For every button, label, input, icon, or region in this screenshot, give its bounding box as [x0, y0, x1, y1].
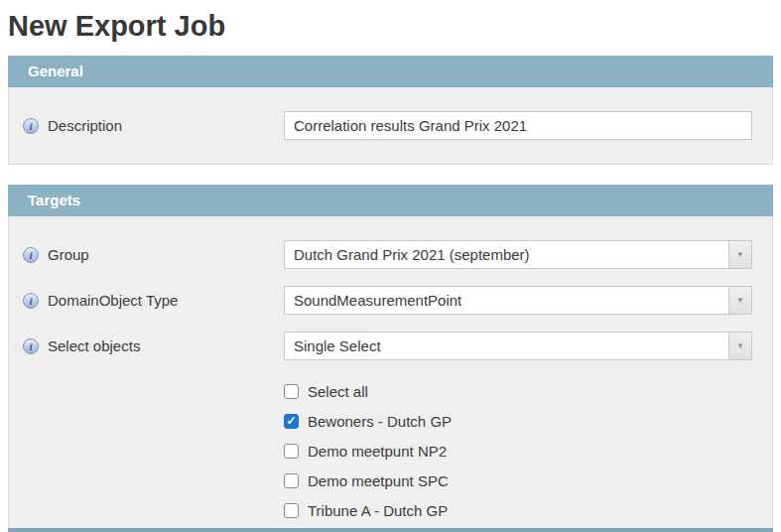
select-all-checkbox[interactable]: ✓: [284, 384, 299, 399]
section-general: General i Description: [8, 56, 773, 165]
check-icon: ✓: [286, 415, 296, 427]
chevron-down-icon: ▼: [736, 251, 744, 259]
description-input[interactable]: [284, 111, 752, 140]
field-label-description: i Description: [23, 117, 284, 134]
group-label: Group: [48, 246, 89, 263]
checkbox-label: Bewoners - Dutch GP: [308, 413, 452, 430]
select-objects-label: Select objects: [48, 337, 140, 354]
info-icon[interactable]: i: [23, 293, 39, 309]
domainobject-type-label: DomainObject Type: [48, 292, 178, 309]
checkbox-label: Demo meetpunt SPC: [308, 472, 449, 489]
checkbox-label: Demo meetpunt NP2: [308, 443, 447, 460]
section-targets-body: i Group Dutch Grand Prix 2021 (september…: [8, 216, 773, 532]
field-label-domainobject-type: i DomainObject Type: [23, 292, 284, 309]
section-targets: Targets i Group Dutch Grand Prix 2021 (s…: [8, 185, 773, 532]
domainobject-type-select-value: SoundMeasurementPoint: [294, 292, 461, 309]
section-general-header: General: [8, 56, 773, 87]
page-title: New Export Job: [8, 10, 781, 43]
group-select[interactable]: Dutch Grand Prix 2021 (september) ▼: [284, 240, 752, 269]
section-targets-header: Targets: [8, 185, 773, 216]
field-row-domainobject-type: i DomainObject Type SoundMeasurementPoin…: [23, 286, 758, 315]
field-label-group: i Group: [23, 246, 284, 263]
description-label: Description: [48, 117, 122, 134]
section-general-body: i Description: [8, 87, 773, 165]
group-select-arrow-button[interactable]: ▼: [728, 241, 751, 268]
bewoners-dutch-gp-checkbox[interactable]: ✓: [284, 414, 299, 429]
domainobject-type-select-arrow-button[interactable]: ▼: [728, 287, 751, 314]
chevron-down-icon: ▼: [736, 297, 744, 305]
group-select-value: Dutch Grand Prix 2021 (september): [294, 246, 530, 263]
demo-meetpunt-spc-checkbox[interactable]: ✓: [284, 473, 299, 488]
select-objects-select[interactable]: Single Select ▼: [284, 332, 752, 360]
select-objects-select-value: Single Select: [294, 337, 381, 354]
info-icon[interactable]: i: [23, 118, 39, 134]
checkbox-label: Tribune A - Dutch GP: [308, 502, 448, 519]
tribune-a-dutch-gp-checkbox[interactable]: ✓: [284, 503, 299, 518]
chevron-down-icon: ▼: [736, 342, 744, 350]
checkbox-row-demo-meetpunt-np2[interactable]: ✓ Demo meetpunt NP2: [284, 436, 758, 466]
next-section-header: [8, 528, 773, 532]
object-checkbox-list: ✓ Select all ✓ Bewoners - Dutch GP ✓ Dem…: [284, 376, 758, 525]
field-row-description: i Description: [23, 111, 758, 140]
domainobject-type-select[interactable]: SoundMeasurementPoint ▼: [284, 286, 752, 315]
field-row-group: i Group Dutch Grand Prix 2021 (september…: [23, 240, 758, 269]
checkbox-row-select-all[interactable]: ✓ Select all: [284, 376, 758, 406]
info-icon[interactable]: i: [23, 338, 39, 354]
checkbox-row-demo-meetpunt-spc[interactable]: ✓ Demo meetpunt SPC: [284, 466, 758, 495]
checkbox-label: Select all: [308, 383, 368, 400]
demo-meetpunt-np2-checkbox[interactable]: ✓: [284, 444, 299, 459]
field-label-select-objects: i Select objects: [23, 337, 284, 354]
checkbox-row-bewoners-dutch-gp[interactable]: ✓ Bewoners - Dutch GP: [284, 406, 758, 436]
checkbox-row-tribune-a-dutch-gp[interactable]: ✓ Tribune A - Dutch GP: [284, 495, 758, 525]
field-row-select-objects: i Select objects Single Select ▼: [23, 332, 758, 360]
select-objects-select-arrow-button[interactable]: ▼: [728, 332, 751, 359]
info-icon[interactable]: i: [23, 247, 39, 263]
